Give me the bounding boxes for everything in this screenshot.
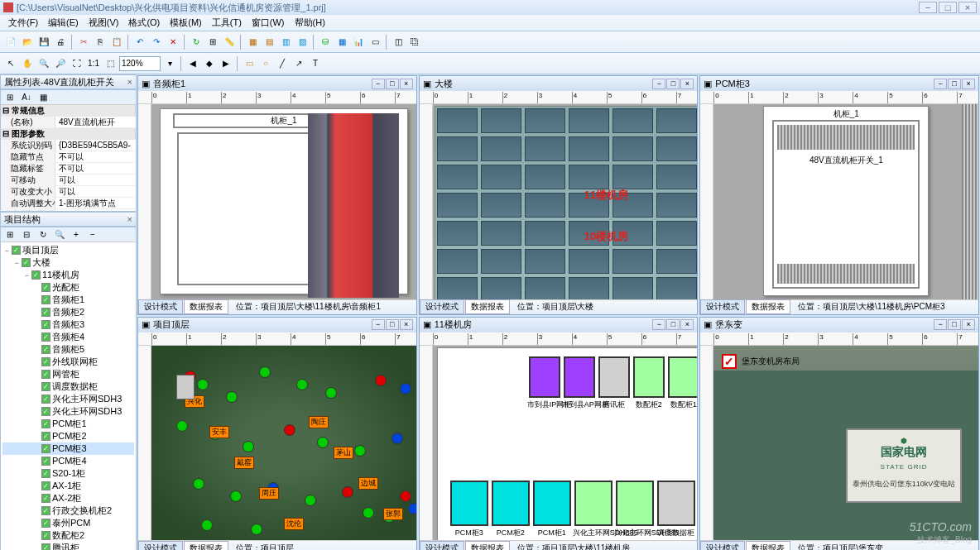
zoom-step-icon[interactable]: ▾ xyxy=(162,56,177,71)
zoom-out-icon[interactable]: 🔎 xyxy=(53,56,68,71)
mdi-min-icon[interactable]: − xyxy=(372,79,385,89)
save-icon[interactable]: 💾 xyxy=(36,35,51,50)
cabinet[interactable] xyxy=(598,356,630,398)
window-icon[interactable]: ◫ xyxy=(391,35,406,50)
shape4-icon[interactable]: ↗ xyxy=(291,56,306,71)
db-icon[interactable]: ⛁ xyxy=(318,35,333,50)
pointer-icon[interactable]: ↖ xyxy=(3,56,18,71)
refresh-icon[interactable]: ↻ xyxy=(189,35,204,50)
cut-icon[interactable]: ✂ xyxy=(76,35,91,50)
ruler-icon[interactable]: 📏 xyxy=(222,35,237,50)
menu-item[interactable]: 编辑(E) xyxy=(43,17,84,29)
property-row[interactable]: 边线样式5-透视 xyxy=(1,209,136,211)
tree-node[interactable]: 音频柜3 xyxy=(2,318,134,331)
tree-node[interactable]: 调度数据柜 xyxy=(2,380,134,393)
copy-icon[interactable]: ⎘ xyxy=(93,35,108,50)
mdi-max-icon[interactable]: □ xyxy=(666,319,680,330)
map-label[interactable]: 陶庄 xyxy=(309,416,329,428)
mdi-max-icon[interactable]: □ xyxy=(386,319,399,330)
tree-node[interactable]: 兴化主环网SDH3 xyxy=(2,393,134,405)
tab-data[interactable]: 数据报表 xyxy=(184,299,228,314)
zoom-fit-icon[interactable]: ⛶ xyxy=(70,56,84,71)
tab-design[interactable]: 设计模式 xyxy=(420,541,464,551)
tree-close-icon[interactable]: × xyxy=(127,214,132,224)
canvas[interactable]: 11楼机房10楼机房 xyxy=(433,104,698,299)
map-node[interactable] xyxy=(400,490,411,502)
tab-data[interactable]: 数据报表 xyxy=(184,541,228,551)
tree-add-icon[interactable]: + xyxy=(69,227,84,242)
cabinet[interactable] xyxy=(616,481,654,526)
tree-node[interactable]: AX-1柜 xyxy=(2,480,134,492)
property-row[interactable]: 系统识别码{D3BE594C5B5A9- xyxy=(1,140,136,151)
delete-icon[interactable]: ✕ xyxy=(166,35,180,50)
map-node[interactable] xyxy=(259,366,271,378)
tree-node[interactable]: PCM柜4 xyxy=(2,455,134,467)
layer4-icon[interactable]: ▧ xyxy=(295,35,310,50)
device-slot[interactable] xyxy=(777,264,915,284)
map-node[interactable] xyxy=(400,383,411,395)
paste-icon[interactable]: 📋 xyxy=(109,35,124,50)
mdi-max-icon[interactable]: □ xyxy=(666,79,680,89)
property-row[interactable]: (名称)48V直流机柜开 xyxy=(1,117,136,128)
menu-item[interactable]: 窗口(W) xyxy=(247,17,290,29)
menu-item[interactable]: 文件(F) xyxy=(3,17,43,29)
map-node[interactable] xyxy=(375,375,387,386)
zoom-in-icon[interactable]: 🔍 xyxy=(36,56,51,71)
map-node[interactable] xyxy=(305,495,316,506)
checkbox-icon[interactable]: ✓ xyxy=(722,354,737,369)
grid-icon[interactable]: ⊞ xyxy=(205,35,220,50)
form-icon[interactable]: ▭ xyxy=(368,35,382,50)
shape3-icon[interactable]: ╱ xyxy=(275,56,290,71)
map-label[interactable]: 沈伦 xyxy=(284,518,304,530)
building-photo[interactable]: 11楼机房10楼机房 xyxy=(435,107,698,299)
map-node[interactable] xyxy=(243,441,254,452)
close-button[interactable]: × xyxy=(958,2,977,13)
map-label[interactable]: 戴窑 xyxy=(234,457,254,469)
mdi-close-icon[interactable]: × xyxy=(962,79,975,89)
gis-map[interactable]: 兴化安丰戴窑周庄沈伦陶庄茅山边城张郭 xyxy=(151,346,416,541)
map-node[interactable] xyxy=(342,486,353,498)
canvas[interactable]: 机柜_1 xyxy=(151,104,416,299)
mdi-close-icon[interactable]: × xyxy=(400,319,413,330)
open-icon[interactable]: 📂 xyxy=(20,35,35,50)
layer2-icon[interactable]: ▤ xyxy=(262,35,276,50)
layer-icon[interactable]: ▦ xyxy=(245,35,260,50)
cabinet[interactable] xyxy=(564,356,595,398)
map-node[interactable] xyxy=(193,478,204,490)
tree-node[interactable]: 数配柜2 xyxy=(2,529,134,542)
floor-label-11[interactable]: 11楼机房 xyxy=(584,188,628,203)
properties-grid[interactable]: ⊞ A↓ ▦ ⊟ 常规信息(名称)48V直流机柜开⊟ 图形参数系统识别码{D3B… xyxy=(0,89,137,212)
map-node[interactable] xyxy=(197,379,209,390)
tree-node[interactable]: 音频柜5 xyxy=(2,343,134,356)
cabinet[interactable] xyxy=(529,356,560,398)
device-slot[interactable] xyxy=(777,125,915,150)
cascade-icon[interactable]: ⿻ xyxy=(407,35,422,50)
cabinet[interactable] xyxy=(574,481,612,526)
map-label[interactable]: 张郭 xyxy=(383,508,403,520)
mdi-title-bar[interactable]: ▣堡东变 −□× xyxy=(700,318,978,332)
menu-item[interactable]: 格式(O) xyxy=(123,17,165,29)
tab-design[interactable]: 设计模式 xyxy=(138,541,183,551)
map-label[interactable]: 周庄 xyxy=(259,487,279,500)
tree-node[interactable]: 音频柜1 xyxy=(2,294,134,306)
mdi-title-bar[interactable]: ▣11楼机房 −□× xyxy=(420,318,698,332)
tree-del-icon[interactable]: − xyxy=(85,227,100,242)
tab-design[interactable]: 设计模式 xyxy=(420,299,464,314)
mdi-min-icon[interactable]: − xyxy=(652,319,665,330)
tree-node[interactable]: −项目顶层 xyxy=(2,244,134,256)
tree-find-icon[interactable]: 🔍 xyxy=(52,227,67,242)
map-building-icon[interactable] xyxy=(176,375,195,399)
mdi-min-icon[interactable]: − xyxy=(652,79,665,89)
floor-label-10[interactable]: 10楼机房 xyxy=(584,229,628,244)
prop-grid-icon[interactable]: ▦ xyxy=(36,90,50,105)
tree-node[interactable]: PCM柜3 xyxy=(2,442,134,455)
project-tree[interactable]: ⊞ ⊟ ↻ 🔍 + − −项目顶层−大楼−11楼机房光配柜音频柜1音频柜2音频柜… xyxy=(0,227,137,550)
canvas[interactable]: 市到县IP网柜市到县AP网柜腾讯柜数配柜2数配柜1PCM柜3PCM柜2PCM柜1… xyxy=(433,346,698,541)
mdi-title-bar[interactable]: ▣音频柜1 −□× xyxy=(138,76,416,91)
properties-close-icon[interactable]: × xyxy=(127,77,132,87)
tree-node[interactable]: PCM柜2 xyxy=(2,430,134,442)
tab-design[interactable]: 设计模式 xyxy=(700,299,745,314)
mdi-close-icon[interactable]: × xyxy=(400,79,413,89)
tree-expand-icon[interactable]: ⊞ xyxy=(2,227,17,242)
map-node[interactable] xyxy=(251,524,262,535)
